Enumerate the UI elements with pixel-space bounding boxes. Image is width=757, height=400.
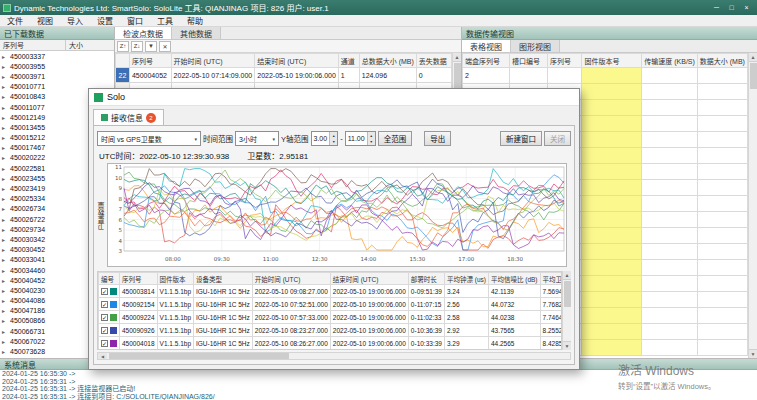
scroll-up-icon[interactable]: ▲ [453, 53, 461, 62]
tree-item[interactable]: ▸450003337 [0, 51, 114, 61]
expand-arrow-icon[interactable]: ▸ [2, 175, 8, 182]
menu-item-7[interactable]: 帮助 [180, 15, 210, 26]
device-row[interactable]: ✓450009224V1.1.5.1bpIGU-16HR 1C 5Hz2022-… [99, 311, 563, 324]
column-header[interactable]: 序列号 [548, 54, 582, 68]
metric-select[interactable]: 时间 vs GPS卫星数 ▾ [97, 131, 201, 146]
expand-arrow-icon[interactable]: ▸ [2, 236, 8, 243]
device-table-hscrollbar[interactable]: ◀ [97, 352, 571, 360]
column-header[interactable]: 设备类型 [194, 273, 253, 285]
tab-mid-1[interactable]: 检波点数据 [115, 27, 172, 39]
expand-arrow-icon[interactable]: ▸ [2, 93, 8, 100]
expand-arrow-icon[interactable]: ▸ [2, 134, 8, 141]
expand-arrow-icon[interactable]: ▸ [2, 328, 8, 335]
menu-item-5[interactable]: 窗口 [120, 15, 150, 26]
table-row[interactable]: 224500040522022-05-10 07:14:09.0002022-0… [116, 68, 452, 83]
column-header-size[interactable]: 大小 [66, 40, 114, 50]
expand-arrow-icon[interactable]: ▸ [2, 195, 8, 202]
expand-arrow-icon[interactable]: ▸ [2, 317, 8, 324]
expand-arrow-icon[interactable]: ▸ [2, 307, 8, 314]
expand-arrow-icon[interactable]: ▸ [2, 348, 8, 355]
right-table-scrollbar[interactable]: ▲ ▼ [748, 53, 757, 358]
expand-arrow-icon[interactable]: ▸ [2, 226, 8, 233]
scroll-up-icon[interactable]: ▲ [749, 53, 757, 62]
minimize-icon[interactable]: ─ [709, 2, 724, 14]
solo-dialog-titlebar[interactable]: Solo [89, 89, 579, 106]
expand-arrow-icon[interactable]: ▸ [2, 144, 8, 151]
column-header-serial[interactable]: 序列号 [0, 40, 66, 50]
device-row[interactable]: ✓450090926V1.1.5.1bpIGU-16HR 1C 5Hz2022-… [99, 324, 563, 337]
y-min-input[interactable]: 3.00 ▴▾ [311, 131, 339, 146]
scroll-thumb[interactable] [109, 353, 289, 359]
expand-arrow-icon[interactable]: ▸ [2, 216, 8, 223]
column-header[interactable]: 固件版本 [157, 273, 193, 285]
column-header[interactable]: 固件版本号 [582, 54, 642, 68]
scroll-up-icon[interactable]: ▲ [563, 271, 571, 280]
scroll-down-icon[interactable]: ▼ [563, 341, 571, 350]
table-row[interactable]: 2 [463, 68, 748, 84]
new-window-button[interactable]: 新建窗口 [500, 131, 542, 146]
close-button[interactable]: 关闭 [544, 131, 571, 146]
expand-arrow-icon[interactable]: ▸ [2, 338, 8, 345]
expand-arrow-icon[interactable]: ▸ [2, 73, 8, 80]
clear-filter-icon[interactable]: ✕ [159, 41, 171, 52]
menu-item-4[interactable]: 设置 [90, 15, 120, 26]
expand-arrow-icon[interactable]: ▸ [2, 83, 8, 90]
column-header[interactable]: 平均钟漂 (us) [444, 273, 488, 285]
expand-arrow-icon[interactable]: ▸ [2, 256, 8, 263]
column-header[interactable]: 开始时间 (UTC) [252, 273, 330, 285]
expand-arrow-icon[interactable]: ▸ [2, 297, 8, 304]
menu-item-1[interactable]: 文件 [0, 15, 30, 26]
tab-receive-info[interactable]: 接收信息 2 [93, 109, 164, 125]
full-range-button[interactable]: 全范围 [378, 131, 413, 146]
tree-item[interactable]: ▸450003955 [0, 61, 114, 71]
scroll-thumb[interactable] [454, 63, 461, 89]
row-checkbox[interactable]: ✓ [101, 288, 108, 295]
column-header[interactable]: 结束时间 (UTC) [255, 54, 339, 68]
expand-arrow-icon[interactable]: ▸ [2, 205, 8, 212]
expand-arrow-icon[interactable]: ▸ [2, 165, 8, 172]
expand-arrow-icon[interactable]: ▸ [2, 63, 8, 70]
menu-item-3[interactable]: 导入 [60, 15, 90, 26]
expand-arrow-icon[interactable]: ▸ [2, 185, 8, 192]
column-header[interactable]: 通道 [338, 54, 359, 68]
expand-arrow-icon[interactable]: ▸ [2, 104, 8, 111]
scroll-thumb[interactable] [750, 63, 757, 89]
column-header[interactable]: 序列号 [120, 273, 158, 285]
tab-transfer-2[interactable]: 图形视图 [511, 40, 560, 52]
row-checkbox[interactable]: ✓ [101, 327, 108, 334]
expand-arrow-icon[interactable]: ▸ [2, 267, 8, 274]
tab-mid-2[interactable]: 其他数据 [172, 27, 221, 39]
scroll-thumb[interactable] [564, 281, 571, 307]
export-button[interactable]: 导出 [424, 131, 451, 146]
expand-arrow-icon[interactable]: ▸ [2, 53, 8, 60]
time-range-select[interactable]: 3小时 ▾ [235, 131, 279, 146]
row-checkbox[interactable]: ✓ [101, 314, 108, 321]
spin-down-icon[interactable]: ▾ [368, 139, 375, 146]
column-header[interactable]: 编号 [99, 273, 120, 285]
column-header[interactable]: 序列号 [129, 54, 171, 68]
menu-item-2[interactable]: 视图 [30, 15, 60, 26]
spin-down-icon[interactable]: ▾ [330, 139, 337, 146]
device-row[interactable]: ✓450092154V1.1.5.1bpIGU-16HR 1C 5Hz2022-… [99, 298, 563, 311]
column-header[interactable]: 部署时长 [408, 273, 444, 285]
column-header[interactable]: 平均信噪比 (dB) [488, 273, 540, 285]
maximize-icon[interactable]: □ [724, 2, 739, 14]
column-header[interactable]: 丢失数据 [416, 54, 451, 68]
scroll-left-icon[interactable]: ◀ [98, 353, 107, 359]
row-checkbox[interactable]: ✓ [101, 340, 108, 347]
row-checkbox[interactable]: ✓ [101, 301, 108, 308]
sort-descending-icon[interactable]: Z↓ [131, 41, 143, 52]
column-header[interactable]: 端盒序列号 [463, 54, 510, 68]
filter-icon[interactable]: ▼ [145, 41, 157, 52]
column-header[interactable]: 结束时间 (UTC) [330, 273, 408, 285]
menu-item-6[interactable]: 工具 [150, 15, 180, 26]
tab-transfer-1[interactable]: 表格视图 [462, 40, 511, 52]
expand-arrow-icon[interactable]: ▸ [2, 114, 8, 121]
expand-arrow-icon[interactable]: ▸ [2, 277, 8, 284]
expand-arrow-icon[interactable]: ▸ [2, 246, 8, 253]
scroll-down-icon[interactable]: ▼ [749, 349, 757, 358]
column-header[interactable]: 槽口编号 [510, 54, 548, 68]
device-row[interactable]: ✓450004018V1.1.5.1bpIGU-16HR 1C 5Hz2022-… [99, 337, 563, 350]
expand-arrow-icon[interactable]: ▸ [2, 124, 8, 131]
satellite-count-chart[interactable]: 3456789101108:0009:3011:0012:3014:0015:3… [107, 163, 567, 267]
